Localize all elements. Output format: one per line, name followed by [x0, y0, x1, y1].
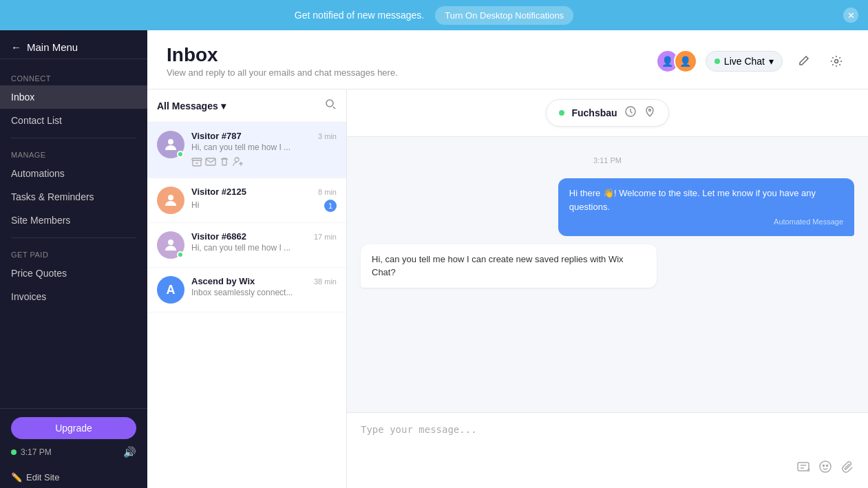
all-messages-button[interactable]: All Messages ▾ — [157, 100, 226, 112]
inbox-actions: 👤 👤 Live Chat ▾ — [656, 49, 849, 74]
message-item[interactable]: Visitor #6862 17 min Hi, can you tell me… — [147, 223, 346, 268]
message-item[interactable]: Visitor #787 3 min Hi, can you tell me h… — [147, 123, 346, 178]
compose-icon — [797, 55, 809, 67]
upgrade-button[interactable]: Upgrade — [11, 417, 136, 439]
sidebar-item-tasks-reminders[interactable]: Tasks & Reminders — [0, 185, 147, 209]
auto-message-label: Automated Message — [569, 216, 843, 228]
saved-replies-icon[interactable] — [796, 460, 810, 477]
banner-text: Get notified of new messages. — [295, 10, 424, 21]
inbox-title-block: Inbox View and reply to all your emails … — [167, 44, 398, 78]
svg-point-11 — [820, 461, 831, 472]
sidebar-status: 3:17 PM 🔊 — [11, 446, 136, 458]
sidebar-nav: Connect Inbox Contact List Manage Automa… — [0, 59, 147, 408]
bot-message: Hi there 👋! Welcome to the site. Let me … — [558, 178, 854, 236]
message-time: 17 min — [314, 233, 337, 241]
chat-input[interactable] — [361, 424, 854, 452]
message-preview: Inbox seamlessly connect... — [191, 288, 337, 297]
chevron-left-icon: ← — [11, 41, 21, 53]
svg-point-2 — [168, 139, 173, 145]
sidebar-top: ← Main Menu — [0, 30, 147, 59]
message-time: 8 min — [318, 188, 337, 196]
chat-panel: Fuchsbau 3:11 PM Hi there 👋! Welcome to … — [347, 89, 868, 488]
edit-site-button[interactable]: ✏️ Edit Site — [0, 467, 147, 488]
svg-rect-4 — [206, 158, 215, 165]
chat-visitor-name: Fuchsbau — [571, 107, 617, 118]
message-time: 38 min — [314, 277, 337, 286]
settings-button[interactable] — [824, 49, 849, 74]
avatar: A — [157, 276, 184, 304]
sidebar-item-inbox[interactable]: Inbox — [0, 85, 147, 109]
message-content: Ascend by Wix 38 min Inbox seamlessly co… — [191, 276, 337, 297]
svg-rect-3 — [192, 158, 202, 160]
message-sender: Visitor #787 — [191, 131, 242, 141]
content-area: Inbox View and reply to all your emails … — [147, 30, 868, 488]
archive-icon[interactable] — [191, 156, 202, 169]
email-icon[interactable] — [205, 156, 216, 169]
message-item[interactable]: A Ascend by Wix 38 min Inbox seamlessly … — [147, 268, 346, 312]
gear-icon — [830, 55, 843, 67]
turn-on-notifications-button[interactable]: Turn On Desktop Notifications — [435, 6, 573, 25]
live-chat-badge[interactable]: Live Chat ▾ — [706, 51, 783, 72]
sidebar-item-automations[interactable]: Automations — [0, 162, 147, 185]
avatar-letter: A — [167, 283, 176, 297]
inbox-header: Inbox View and reply to all your emails … — [147, 30, 868, 89]
banner-close-button[interactable]: ✕ — [843, 8, 858, 23]
sidebar-item-contact-list[interactable]: Contact List — [0, 109, 147, 132]
status-time: 3:17 PM — [21, 447, 52, 457]
chat-header-inner: Fuchsbau — [546, 99, 668, 127]
svg-point-1 — [326, 100, 333, 107]
all-messages-label: All Messages — [157, 100, 218, 112]
sidebar-section-get-paid: Get Paid — [0, 244, 147, 262]
sidebar-section-connect: Connect — [0, 67, 147, 85]
svg-point-7 — [168, 240, 173, 245]
sidebar-item-invoices[interactable]: Invoices — [0, 285, 147, 308]
svg-point-13 — [827, 465, 828, 467]
search-button[interactable] — [324, 98, 337, 114]
svg-point-6 — [168, 195, 173, 200]
avatar-2: 👤 — [674, 50, 697, 73]
sidebar-section-manage: Manage — [0, 144, 147, 162]
sidebar-bottom: Upgrade 3:17 PM 🔊 — [0, 408, 147, 467]
compose-button[interactable] — [791, 49, 816, 74]
message-sender: Visitor #6862 — [191, 231, 246, 242]
sidebar-item-site-members[interactable]: Site Members — [0, 209, 147, 232]
message-content: Visitor #6862 17 min Hi, can you tell me… — [191, 231, 337, 253]
svg-rect-10 — [798, 463, 809, 471]
chat-header: Fuchsbau — [347, 89, 868, 137]
svg-point-12 — [823, 465, 825, 467]
visitor-message: Hi, can you tell me how I can create new… — [361, 244, 657, 288]
avatar — [157, 231, 184, 259]
message-sender: Visitor #2125 — [191, 187, 246, 197]
sidebar-item-price-quotes[interactable]: Price Quotes — [0, 262, 147, 285]
live-dot — [714, 59, 720, 64]
message-preview: Hi — [191, 200, 199, 210]
location-icon[interactable] — [644, 105, 656, 120]
delete-icon[interactable] — [219, 156, 230, 169]
message-preview: Hi, can you tell me how I ... — [191, 243, 337, 253]
status-online-dot — [11, 449, 17, 455]
svg-point-5 — [235, 158, 239, 162]
emoji-icon[interactable] — [818, 460, 832, 477]
chevron-down-icon: ▾ — [769, 56, 774, 67]
svg-point-9 — [648, 109, 650, 112]
online-indicator — [177, 251, 184, 258]
notification-banner: Get notified of new messages. Turn On De… — [0, 0, 868, 30]
message-list: All Messages ▾ — [147, 89, 347, 488]
sidebar-divider-2 — [11, 237, 136, 238]
chat-messages: 3:11 PM Hi there 👋! Welcome to the site.… — [347, 137, 868, 412]
clock-icon[interactable] — [624, 105, 637, 120]
message-preview: Hi, can you tell me how I ... — [191, 142, 337, 152]
messages-chat-area: All Messages ▾ — [147, 89, 868, 488]
message-content: Visitor #787 3 min Hi, can you tell me h… — [191, 131, 337, 169]
main-menu-button[interactable]: ← Main Menu — [11, 41, 78, 53]
message-time: 3 min — [318, 132, 337, 140]
chat-timestamp: 3:11 PM — [361, 156, 854, 165]
assign-icon[interactable] — [233, 156, 244, 169]
message-item[interactable]: Visitor #2125 8 min Hi 1 — [147, 178, 346, 223]
attachment-icon[interactable] — [840, 460, 854, 477]
message-list-header: All Messages ▾ — [147, 89, 346, 123]
inbox-subtitle: View and reply to all your emails and ch… — [167, 67, 398, 78]
svg-point-0 — [835, 59, 838, 63]
main-layout: ← Main Menu Connect Inbox Contact List M… — [0, 30, 868, 488]
sidebar-divider-1 — [11, 138, 136, 138]
